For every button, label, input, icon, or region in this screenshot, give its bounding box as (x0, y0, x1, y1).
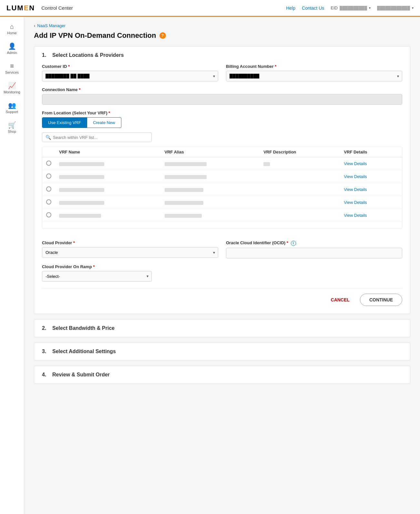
vrf-table-wrapper: VRF Name VRF Alias VRF Description VRF D… (42, 147, 402, 229)
vrf-row-description (260, 170, 340, 183)
vrf-row-description (260, 157, 340, 170)
view-details-link[interactable]: View Details (344, 200, 367, 205)
table-row: View Details (42, 183, 402, 196)
billing-account-select-wrapper[interactable]: ██████████ ▾ (226, 71, 402, 81)
form-row-customer-billing: Customer ID * ████████ ██ ████ ▾ Billing… (42, 64, 402, 81)
main-content: ‹ NaaS Manager Add IP VPN On-Demand Conn… (24, 17, 420, 514)
vrf-table-scroll[interactable]: VRF Name VRF Alias VRF Description VRF D… (42, 147, 402, 228)
vrf-row-alias (161, 196, 260, 209)
vrf-row-description (260, 196, 340, 209)
connection-name-input[interactable] (42, 94, 402, 105)
step-1-number: 1. (42, 52, 48, 58)
radio-button[interactable] (46, 173, 51, 179)
sidebar: ⌂ Home 👤 Admin ≡ Services 📈 Monitoring 👥… (0, 17, 24, 514)
help-link[interactable]: Help (286, 5, 295, 11)
sidebar-item-label: Monitoring (4, 90, 20, 94)
sidebar-item-label: Support (6, 110, 18, 114)
continue-button[interactable]: CONTINUE (360, 294, 402, 306)
ocid-input[interactable] (226, 248, 402, 258)
vrf-row-alias (161, 170, 260, 183)
sidebar-item-label: Services (5, 70, 19, 74)
view-details-link[interactable]: View Details (344, 174, 367, 179)
radio-button[interactable] (46, 161, 51, 166)
ocid-info-icon[interactable]: i (291, 241, 296, 246)
support-icon: 👥 (8, 102, 16, 109)
table-row: View Details (42, 196, 402, 209)
connection-name-label: Connection Name * (42, 87, 402, 92)
vrf-row-radio-cell[interactable] (42, 170, 55, 183)
sidebar-item-shop[interactable]: 🛒 Shop (0, 119, 24, 137)
step-1-form: Customer ID * ████████ ██ ████ ▾ Billing… (34, 64, 410, 314)
from-location-group: From Location (Select Your VRF) * Use Ex… (42, 110, 402, 235)
vrf-row-details[interactable]: View Details (340, 157, 402, 170)
sidebar-item-admin[interactable]: 👤 Admin (0, 40, 24, 58)
vrf-row-details[interactable]: View Details (340, 183, 402, 196)
view-details-link[interactable]: View Details (344, 213, 367, 218)
vrf-row-alias (161, 157, 260, 170)
step-4-title: Review & Submit Order (52, 372, 110, 378)
step-4-card: 4. Review & Submit Order (34, 366, 410, 384)
create-new-vrf-tab[interactable]: Create New (87, 117, 121, 128)
vrf-search-box[interactable]: 🔍 (42, 132, 152, 142)
sidebar-item-label: Admin (7, 51, 17, 55)
home-icon: ⌂ (10, 23, 14, 30)
sidebar-item-services[interactable]: ≡ Services (0, 59, 24, 78)
on-ramp-group: Cloud Provider On Ramp * -Select- ▾ (42, 264, 152, 282)
vrf-row-alias (161, 183, 260, 196)
customer-id-select[interactable]: ████████ ██ ████ (42, 71, 218, 81)
account-chevron-icon: ▾ (412, 6, 414, 10)
vrf-row-radio-cell[interactable] (42, 209, 55, 222)
cloud-provider-select-wrapper[interactable]: Oracle AWS Azure Google Cloud ▾ (42, 247, 218, 258)
vrf-col-radio (42, 147, 55, 157)
billing-account-select[interactable]: ██████████ (226, 71, 402, 81)
view-details-link[interactable]: View Details (344, 187, 367, 192)
on-ramp-select-wrapper[interactable]: -Select- ▾ (42, 271, 152, 282)
eid-dropdown[interactable]: EID ██████████ ▾ (331, 5, 371, 10)
vrf-search-input[interactable] (53, 135, 148, 140)
use-existing-vrf-tab[interactable]: Use Existing VRF (42, 117, 87, 128)
contact-link[interactable]: Contact Us (302, 5, 324, 11)
breadcrumb: ‹ NaaS Manager (34, 23, 410, 28)
cancel-button[interactable]: CANCEL (326, 294, 355, 306)
radio-button[interactable] (46, 199, 51, 205)
breadcrumb-arrow: ‹ (34, 23, 35, 28)
vrf-col-details: VRF Details (340, 147, 402, 157)
billing-account-group: Billing Account Number * ██████████ ▾ (226, 64, 402, 81)
sidebar-item-label: Home (7, 31, 16, 35)
shop-icon: 🛒 (8, 122, 16, 128)
customer-id-select-wrapper[interactable]: ████████ ██ ████ ▾ (42, 71, 218, 81)
page-title-text: Add IP VPN On-Demand Connection (34, 31, 156, 40)
help-circle-icon[interactable]: ? (159, 32, 166, 39)
radio-button[interactable] (46, 186, 51, 192)
vrf-row-radio-cell[interactable] (42, 157, 55, 170)
view-details-link[interactable]: View Details (344, 161, 367, 166)
cloud-provider-select[interactable]: Oracle AWS Azure Google Cloud (42, 247, 218, 258)
customer-id-label: Customer ID * (42, 64, 218, 69)
sidebar-item-home[interactable]: ⌂ Home (0, 20, 24, 38)
breadcrumb-parent-link[interactable]: NaaS Manager (37, 23, 65, 28)
vrf-row-radio-cell[interactable] (42, 196, 55, 209)
vrf-row-radio-cell[interactable] (42, 183, 55, 196)
vrf-row-name (55, 196, 161, 209)
on-ramp-label: Cloud Provider On Ramp * (42, 264, 152, 269)
sidebar-item-monitoring[interactable]: 📈 Monitoring (0, 79, 24, 97)
step-2-header: 2. Select Bandwidth & Price (34, 320, 410, 337)
form-row-cloud: Cloud Provider * Oracle AWS Azure Google… (42, 240, 402, 258)
step-4-header: 4. Review & Submit Order (34, 366, 410, 383)
vrf-row-details[interactable]: View Details (340, 170, 402, 183)
eid-label: EID (331, 5, 338, 10)
account-dropdown[interactable]: ████████████ ▾ (377, 6, 414, 10)
vrf-row-details[interactable]: View Details (340, 209, 402, 222)
cloud-provider-group: Cloud Provider * Oracle AWS Azure Google… (42, 240, 218, 258)
on-ramp-select[interactable]: -Select- (42, 271, 152, 282)
table-row: View Details (42, 209, 402, 222)
ocid-group: Oracle Cloud Identifier (OCID) * i (226, 240, 402, 258)
monitoring-icon: 📈 (8, 82, 16, 89)
radio-button[interactable] (46, 212, 51, 217)
table-row: View Details (42, 157, 402, 170)
step-1-header: 1. Select Locations & Providers (34, 47, 410, 64)
vrf-row-name (55, 209, 161, 222)
sidebar-item-support[interactable]: 👥 Support (0, 99, 24, 117)
customer-id-group: Customer ID * ████████ ██ ████ ▾ (42, 64, 218, 81)
vrf-row-details[interactable]: View Details (340, 196, 402, 209)
